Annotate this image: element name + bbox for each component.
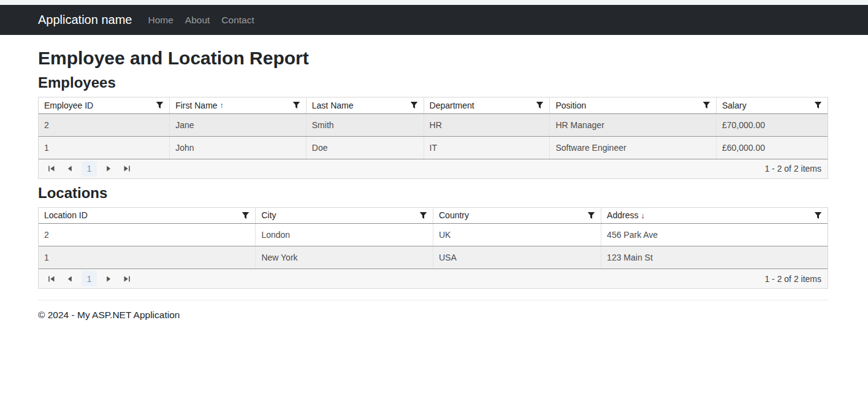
column-header-location-id[interactable]: Location ID (39, 208, 256, 224)
filter-icon[interactable] (814, 212, 822, 219)
column-label: City (261, 210, 276, 220)
cell-location-id: 2 (39, 224, 256, 246)
pager-first-button[interactable] (45, 161, 58, 176)
footer-divider (38, 300, 828, 300)
locations-heading: Locations (38, 185, 828, 202)
cell-last-name: Doe (306, 136, 424, 159)
employees-grid: Employee ID First Name ↑ (38, 97, 828, 179)
column-header-department[interactable]: Department (424, 97, 550, 113)
filter-icon[interactable] (410, 101, 418, 109)
cell-department: HR (424, 113, 550, 136)
filter-icon[interactable] (702, 101, 710, 109)
window-top-strip (0, 0, 868, 5)
cell-employee-id: 1 (39, 136, 170, 159)
column-label: Country (439, 210, 469, 220)
employees-header-row: Employee ID First Name ↑ (39, 97, 828, 113)
locations-pager: 1 1 - 2 of 2 items (39, 269, 828, 288)
column-header-employee-id[interactable]: Employee ID (39, 97, 170, 113)
pager-next-button[interactable] (102, 161, 115, 176)
cell-first-name: John (170, 136, 306, 159)
column-header-last-name[interactable]: Last Name (306, 97, 424, 113)
sort-ascending-indicator: ↑ (220, 101, 224, 110)
nav-link-contact[interactable]: Contact (221, 15, 254, 26)
cell-city: London (256, 224, 433, 246)
column-header-address[interactable]: Address ↓ (601, 208, 828, 224)
cell-salary: £70,000.00 (716, 113, 828, 136)
filter-icon[interactable] (587, 212, 595, 219)
pager-info: 1 - 2 of 2 items (764, 164, 821, 173)
column-header-city[interactable]: City (256, 208, 433, 224)
cell-department: IT (424, 136, 550, 159)
pager-info: 1 - 2 of 2 items (764, 274, 821, 284)
pager-prev-button[interactable] (63, 272, 77, 286)
nav-link-home[interactable]: Home (148, 15, 173, 26)
employees-heading: Employees (38, 74, 828, 91)
pager-last-button[interactable] (120, 161, 134, 176)
locations-grid: Location ID City (38, 207, 828, 289)
filter-icon[interactable] (536, 101, 544, 109)
column-label: First Name (175, 101, 217, 110)
column-label: Address (607, 210, 638, 220)
cell-first-name: Jane (170, 113, 306, 136)
column-label: Employee ID (44, 101, 93, 110)
cell-position: Software Engineer (550, 136, 717, 159)
column-label: Location ID (44, 210, 88, 220)
column-label: Position (555, 101, 586, 110)
column-header-position[interactable]: Position (550, 97, 717, 113)
filter-icon[interactable] (156, 101, 164, 109)
column-label: Department (430, 101, 474, 110)
pager-page-button[interactable]: 1 (82, 161, 97, 177)
pager-next-button[interactable] (102, 272, 115, 286)
column-header-salary[interactable]: Salary (716, 97, 828, 113)
cell-last-name: Smith (306, 113, 424, 136)
sort-descending-indicator: ↓ (641, 211, 645, 220)
nav-link-about[interactable]: About (185, 15, 210, 26)
table-row: 2 Jane Smith HR HR Manager £70,000.00 (39, 113, 828, 136)
pager-prev-button[interactable] (63, 161, 77, 176)
employees-pager: 1 1 - 2 of 2 items (39, 159, 828, 178)
filter-icon[interactable] (292, 101, 300, 109)
navbar: Application name Home About Contact (0, 5, 868, 35)
cell-position: HR Manager (550, 113, 717, 136)
cell-address: 456 Park Ave (601, 224, 828, 246)
footer-copyright: © 2024 - My ASP.NET Application (38, 310, 828, 321)
pager-first-button[interactable] (45, 272, 58, 286)
cell-employee-id: 2 (39, 113, 170, 136)
table-row: 2 London UK 456 Park Ave (39, 224, 828, 246)
filter-icon[interactable] (242, 212, 249, 219)
column-label: Last Name (312, 101, 354, 110)
column-label: Salary (722, 101, 747, 110)
filter-icon[interactable] (814, 101, 822, 109)
main-content: Employee and Location Report Employees E… (38, 48, 828, 321)
column-header-first-name[interactable]: First Name ↑ (170, 97, 306, 113)
cell-country: USA (433, 246, 601, 269)
cell-country: UK (433, 224, 601, 246)
cell-salary: £60,000.00 (716, 136, 828, 159)
table-row: 1 John Doe IT Software Engineer £60,000.… (39, 136, 828, 159)
cell-address: 123 Main St (601, 246, 828, 269)
table-row: 1 New York USA 123 Main St (39, 246, 828, 269)
locations-header-row: Location ID City (39, 208, 828, 224)
cell-city: New York (256, 246, 433, 269)
pager-last-button[interactable] (120, 272, 134, 286)
cell-location-id: 1 (39, 246, 256, 269)
filter-icon[interactable] (419, 212, 427, 219)
column-header-country[interactable]: Country (433, 208, 601, 224)
app-brand[interactable]: Application name (38, 13, 132, 27)
page-title: Employee and Location Report (38, 48, 828, 69)
pager-page-button[interactable]: 1 (82, 271, 97, 286)
